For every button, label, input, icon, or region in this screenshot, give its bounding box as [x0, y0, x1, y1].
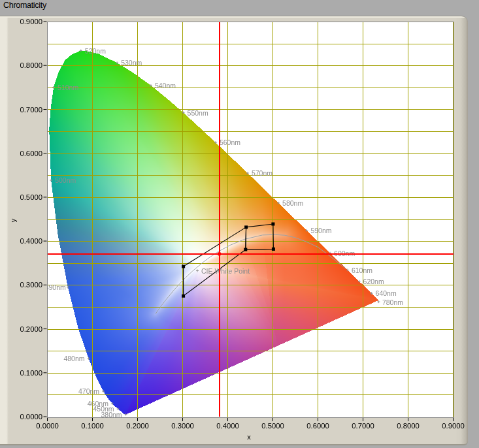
- svg-text:0.7000: 0.7000: [20, 106, 42, 114]
- svg-text:0.5000: 0.5000: [20, 193, 42, 201]
- svg-text:470nm: 470nm: [78, 387, 99, 395]
- svg-text:0.0000: 0.0000: [36, 422, 59, 430]
- svg-text:0.3000: 0.3000: [20, 281, 42, 289]
- svg-text:0.6000: 0.6000: [306, 422, 329, 430]
- svg-text:640nm: 640nm: [376, 289, 397, 297]
- svg-text:480nm: 480nm: [63, 355, 84, 362]
- svg-text:CIE White Point: CIE White Point: [201, 267, 250, 275]
- svg-text:0.2000: 0.2000: [126, 422, 149, 430]
- svg-text:610nm: 610nm: [352, 266, 372, 274]
- svg-text:600nm: 600nm: [334, 249, 355, 257]
- svg-text:0.9000: 0.9000: [20, 18, 42, 25]
- svg-text:0.8000: 0.8000: [20, 61, 42, 69]
- svg-text:620nm: 620nm: [363, 278, 384, 285]
- svg-text:0.1000: 0.1000: [20, 369, 42, 377]
- svg-text:0.1000: 0.1000: [81, 422, 104, 430]
- svg-text:780nm: 780nm: [382, 298, 403, 306]
- svg-text:590nm: 590nm: [310, 227, 331, 234]
- svg-text:x: x: [247, 433, 251, 441]
- svg-text:550nm: 550nm: [188, 109, 208, 117]
- svg-text:570nm: 570nm: [252, 169, 273, 177]
- svg-text:0.7000: 0.7000: [352, 422, 374, 430]
- svg-text:560nm: 560nm: [220, 138, 240, 146]
- svg-text:510nm: 510nm: [58, 84, 78, 91]
- svg-text:0.4000: 0.4000: [216, 422, 239, 430]
- svg-text:y: y: [9, 218, 17, 222]
- svg-text:0.2000: 0.2000: [20, 325, 42, 333]
- svg-text:580nm: 580nm: [282, 199, 303, 207]
- svg-text:0.9000: 0.9000: [442, 422, 465, 430]
- svg-text:530nm: 530nm: [121, 59, 142, 67]
- svg-text:520nm: 520nm: [85, 47, 106, 55]
- svg-text:380nm: 380nm: [101, 411, 122, 419]
- svg-text:0.6000: 0.6000: [20, 150, 42, 157]
- svg-text:540nm: 540nm: [155, 82, 176, 89]
- svg-text:0.3000: 0.3000: [171, 422, 194, 430]
- svg-text:0.4000: 0.4000: [20, 237, 42, 245]
- svg-text:0.5000: 0.5000: [261, 422, 284, 430]
- svg-text:490nm: 490nm: [45, 283, 66, 291]
- svg-text:0.8000: 0.8000: [397, 422, 420, 430]
- svg-text:0.0000: 0.0000: [20, 413, 42, 421]
- svg-text:500nm: 500nm: [55, 176, 76, 184]
